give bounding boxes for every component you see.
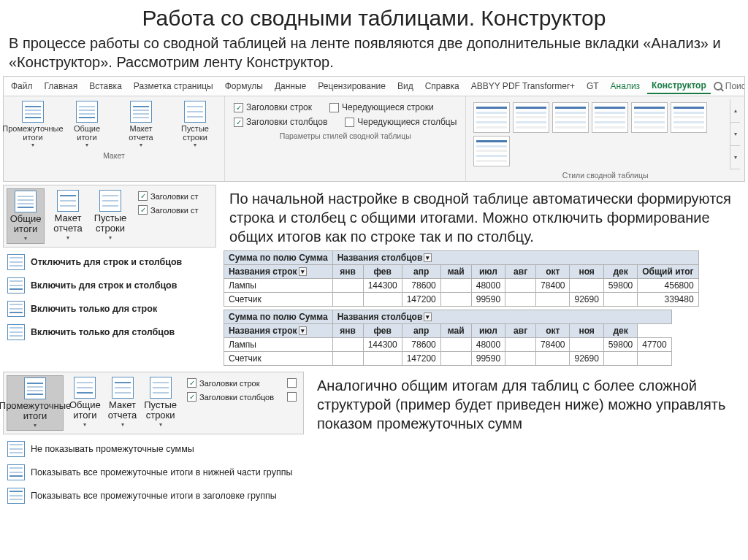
pivot-row: Лампы 14430078600480007840059800 456800 — [224, 279, 699, 293]
grand-totals-icon — [74, 377, 96, 399]
chevron-down-icon: ▾ — [66, 234, 69, 241]
chk-banded-rows[interactable] — [287, 378, 297, 388]
chk-banded-rows[interactable]: Чередующиеся строки — [329, 102, 434, 112]
menu-icon — [7, 324, 25, 340]
subtotals-button-open[interactable]: Промежуточные итоги ▾ — [7, 375, 64, 431]
report-layout-button[interactable]: Макет отчета ▾ — [49, 188, 87, 242]
explanation-subtotals: Аналогично общим итогам для таблиц с бол… — [307, 372, 748, 437]
menu-hide-subtotals[interactable]: Не показывать промежуточные суммы — [4, 437, 302, 461]
report-layout-button[interactable]: Макет отчета ▾ — [107, 375, 139, 429]
chk-row-headers[interactable]: ✓Заголовки строк — [234, 102, 312, 112]
blank-rows-icon — [150, 377, 172, 399]
blank-rows-button[interactable]: Пустые строки ▾ — [91, 188, 129, 242]
chk-col-headers[interactable]: ✓Заголовки столбцов — [234, 117, 327, 127]
ribbon-search[interactable]: Поиск — [714, 81, 744, 91]
chevron-down-icon: ▾ — [34, 422, 37, 429]
tab-file[interactable]: Файл — [7, 79, 37, 93]
slide-title: Работа со сводными таблицами. Конструкто… — [0, 0, 748, 34]
menu-icon — [7, 254, 25, 270]
tab-home[interactable]: Главная — [40, 79, 83, 93]
menu-disable-rows-cols[interactable]: Отключить для строк и столбцов — [4, 250, 215, 274]
chk-row-headers[interactable]: ✓Заголовки ст — [138, 191, 198, 201]
blank-rows-button[interactable]: Пустые строки ▾ — [142, 375, 178, 429]
chevron-down-icon: ▾ — [83, 421, 86, 428]
subtotals-icon — [22, 101, 44, 123]
chevron-down-icon: ▾ — [31, 142, 34, 148]
dropdown-icon[interactable]: ▾ — [424, 253, 432, 262]
dropdown-icon[interactable]: ▾ — [299, 267, 307, 276]
chk-banded-cols[interactable] — [287, 392, 297, 402]
group-style-options: ✓Заголовки строк Чередующиеся строки ✓За… — [225, 96, 466, 181]
dropdown-icon[interactable]: ▾ — [299, 326, 307, 335]
chevron-down-icon: ▾ — [194, 142, 196, 148]
report-layout-icon — [57, 190, 79, 212]
subtotals-icon — [24, 377, 46, 399]
report-layout-button[interactable]: Макет отчета ▾ — [116, 99, 166, 150]
search-icon — [714, 82, 722, 91]
chevron-down-icon: ▾ — [159, 421, 162, 428]
menu-enable-cols-only[interactable]: Включить только для столбцов — [4, 321, 215, 344]
chk-row-headers[interactable]: ✓Заголовки строк — [187, 378, 274, 388]
chevron-down-icon: ▾ — [140, 142, 142, 148]
tab-insert[interactable]: Вставка — [85, 79, 126, 93]
chevron-down-icon: ▾ — [24, 235, 27, 242]
grand-totals-button-open[interactable]: Общие итоги ▾ — [7, 188, 45, 244]
ribbon-tabs: Файл Главная Вставка Разметка страницы Ф… — [4, 77, 744, 96]
explanation-grand-totals: По начальной настройке в сводной таблице… — [219, 185, 748, 250]
tab-view[interactable]: Вид — [393, 79, 418, 93]
gallery-scroll[interactable]: ▴▾▾ — [730, 99, 740, 169]
chk-banded-cols[interactable]: Чередующиеся столбцы — [345, 117, 457, 127]
group-layout: Промежуточные итоги ▾ Общие итоги ▾ Маке… — [4, 96, 225, 181]
report-layout-icon — [130, 101, 152, 123]
chk-col-headers[interactable]: ✓Заголовки ст — [138, 205, 198, 215]
tab-help[interactable]: Справка — [421, 79, 464, 93]
menu-enable-rows-cols[interactable]: Включить для строк и столбцов — [4, 274, 215, 297]
intro-text: В процессе работы со сводной таблицей на… — [0, 34, 748, 76]
blank-rows-button[interactable]: Пустые строки ▾ — [170, 99, 220, 150]
grand-totals-icon — [15, 191, 37, 212]
grand-totals-icon — [76, 101, 98, 123]
tab-data[interactable]: Данные — [270, 79, 310, 93]
style-thumb[interactable] — [671, 102, 707, 133]
subtotals-menu: Не показывать промежуточные суммы Показы… — [0, 434, 307, 510]
group-style-gallery: ▴▾▾ Стили сводной таблицы — [466, 96, 744, 181]
tab-abbyy[interactable]: ABBYY PDF Transformer+ — [467, 79, 579, 93]
pivot-row: Счетчик 1472009959092690 — [224, 352, 672, 366]
style-thumb[interactable] — [552, 102, 589, 133]
menu-icon — [7, 301, 25, 317]
menu-icon — [7, 464, 25, 480]
grand-totals-fragment: Общие итоги ▾ Макет отчета ▾ Пустые стро… — [3, 185, 216, 248]
style-thumb[interactable] — [473, 102, 510, 133]
grand-totals-button[interactable]: Общие итоги ▾ — [68, 375, 102, 429]
chk-col-headers[interactable]: ✓Заголовки столбцов — [187, 392, 274, 402]
tab-pagelayout[interactable]: Разметка страницы — [129, 79, 218, 93]
dropdown-icon[interactable]: ▾ — [424, 312, 432, 321]
pivot-header-row: Названия строк ▾ янвфевапрмайиюлавгоктно… — [224, 324, 672, 338]
chevron-down-icon: ▾ — [109, 234, 112, 241]
style-thumb[interactable] — [473, 136, 510, 166]
grand-totals-button[interactable]: Общие итоги ▾ — [62, 99, 112, 150]
style-thumb[interactable] — [631, 102, 668, 133]
menu-enable-rows-only[interactable]: Включить только для строк — [4, 297, 215, 321]
chevron-down-icon: ▾ — [121, 421, 124, 428]
tab-design[interactable]: Конструктор — [647, 78, 711, 94]
menu-icon — [7, 277, 25, 294]
style-gallery[interactable] — [470, 99, 730, 169]
tab-gt[interactable]: GT — [582, 79, 603, 93]
pivot-header-row: Названия строк ▾ янв фев апр май июл авг… — [224, 265, 699, 279]
tab-review[interactable]: Рецензирование — [313, 79, 390, 93]
pivot-with-grand: Сумма по полю Сумма Названия столбцов ▾ … — [224, 250, 699, 307]
tab-analyze[interactable]: Анализ — [606, 79, 645, 93]
menu-subtotals-bottom[interactable]: Показывать все промежуточные итоги в ниж… — [4, 461, 302, 484]
style-thumb[interactable] — [513, 102, 549, 133]
style-thumb[interactable] — [592, 102, 628, 133]
blank-rows-icon — [99, 190, 121, 212]
subtotals-button[interactable]: Промежуточные итоги ▾ — [8, 99, 58, 150]
menu-icon — [7, 441, 25, 457]
tab-formulas[interactable]: Формулы — [221, 79, 267, 93]
grand-totals-menu: Отключить для строк и столбцов Включить … — [0, 248, 219, 347]
ribbon-constructor: Файл Главная Вставка Разметка страницы Ф… — [3, 76, 745, 182]
menu-icon — [7, 488, 25, 504]
chevron-down-icon: ▾ — [85, 142, 88, 148]
menu-subtotals-top[interactable]: Показывать все промежуточные итоги в заг… — [4, 484, 302, 507]
